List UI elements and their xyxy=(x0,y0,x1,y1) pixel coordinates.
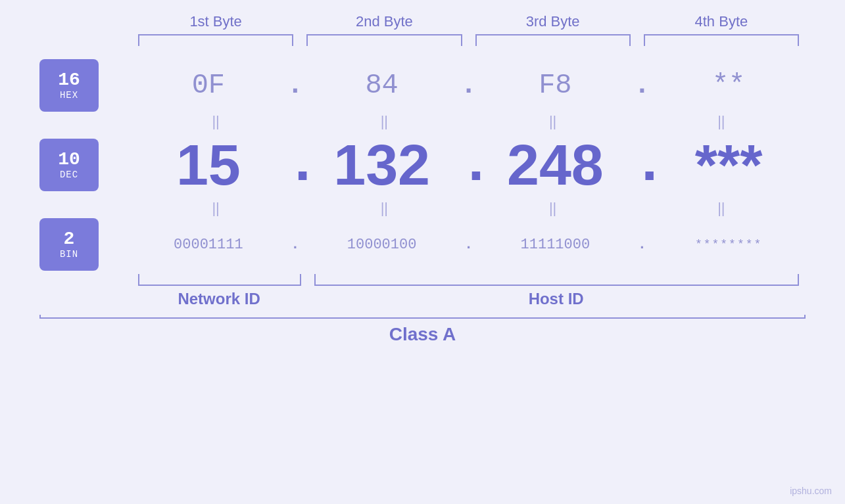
eq-2-3: || xyxy=(469,200,637,217)
eq-2-1: || xyxy=(132,200,300,217)
bin-byte-3: 11111000 xyxy=(479,237,633,253)
hex-badge: 16 HEX xyxy=(39,59,99,112)
hex-badge-number: 16 xyxy=(58,70,80,91)
byte-header-2: 2nd Byte xyxy=(300,13,468,34)
labels-area: Network ID Host ID xyxy=(39,274,806,308)
hex-byte-1: 0F xyxy=(132,70,285,101)
bin-badge: 2 BIN xyxy=(39,218,99,271)
equals-row-2: || || || || xyxy=(39,198,806,218)
byte-headers: 1st Byte 2nd Byte 3rd Byte 4th Byte xyxy=(39,13,806,34)
bin-badge-number: 2 xyxy=(64,229,75,250)
hex-value-2: 84 xyxy=(365,70,398,101)
hex-dot-1: . xyxy=(285,70,305,101)
bin-value-2: 10000100 xyxy=(347,237,417,253)
bin-value-1: 00001111 xyxy=(174,237,243,253)
hex-value-4: ** xyxy=(712,70,745,101)
bracket-2 xyxy=(306,34,462,46)
hex-byte-2: 84 xyxy=(305,70,459,101)
network-id-label: Network ID xyxy=(138,290,300,308)
byte-header-1: 1st Byte xyxy=(132,13,300,34)
bin-values-row: 00001111 . 10000100 . 11111000 . *******… xyxy=(132,237,806,253)
hex-byte-4: ** xyxy=(652,70,806,101)
class-label: Class A xyxy=(39,324,806,345)
eq-1-1: || xyxy=(132,113,300,130)
dec-row: 10 DEC 15 . 132 . 248 . *** xyxy=(39,131,806,198)
dec-byte-3: 248 xyxy=(479,131,633,198)
host-bracket xyxy=(314,274,799,286)
bracket-4 xyxy=(644,34,799,46)
byte-header-3: 3rd Byte xyxy=(469,13,637,34)
dec-badge-number: 10 xyxy=(58,150,80,170)
hex-badge-label: HEX xyxy=(60,90,78,101)
hex-dot-3: . xyxy=(632,70,652,101)
hex-value-3: F8 xyxy=(539,70,571,101)
dec-badge-label: DEC xyxy=(60,170,78,180)
id-label-row: Network ID Host ID xyxy=(132,290,806,308)
hex-byte-3: F8 xyxy=(479,70,633,101)
dec-dot-2: . xyxy=(459,136,479,194)
class-row: Class A xyxy=(39,315,806,345)
bin-dot-3: . xyxy=(632,237,652,253)
bin-value-4: ******** xyxy=(695,238,762,251)
class-bracket xyxy=(39,315,806,319)
dec-value-4: *** xyxy=(695,132,763,197)
hex-values-row: 0F . 84 . F8 . ** xyxy=(132,70,806,101)
hex-value-1: 0F xyxy=(192,70,225,101)
bottom-brackets xyxy=(132,274,806,286)
main-container: 1st Byte 2nd Byte 3rd Byte 4th Byte 16 H… xyxy=(0,0,845,504)
dec-badge: 10 DEC xyxy=(39,139,99,191)
network-bracket xyxy=(138,274,301,286)
bin-value-3: 11111000 xyxy=(521,237,591,253)
eq-2-2: || xyxy=(300,200,468,217)
dec-byte-2: 132 xyxy=(305,131,459,198)
dec-dot-3: . xyxy=(632,136,652,194)
host-id-label: Host ID xyxy=(313,290,799,308)
bin-dot-1: . xyxy=(285,237,305,253)
dec-dot-1: . xyxy=(285,136,305,194)
bin-dot-2: . xyxy=(459,237,479,253)
dec-byte-1: 15 xyxy=(132,131,285,198)
bin-byte-1: 00001111 xyxy=(132,237,285,253)
dec-byte-4: *** xyxy=(652,131,806,198)
eq-2-4: || xyxy=(637,200,806,217)
bracket-3 xyxy=(475,34,631,46)
top-brackets xyxy=(39,34,806,46)
dec-value-2: 132 xyxy=(333,132,430,197)
bin-row: 2 BIN 00001111 . 10000100 . 11111000 . *… xyxy=(39,218,806,271)
hex-dot-2: . xyxy=(459,70,479,101)
eq-1-4: || xyxy=(637,113,806,130)
hex-row: 16 HEX 0F . 84 . F8 . ** xyxy=(39,59,806,112)
bin-badge-label: BIN xyxy=(60,249,78,260)
watermark: ipshu.com xyxy=(790,486,832,496)
dec-values-row: 15 . 132 . 248 . *** xyxy=(132,131,806,198)
bracket-1 xyxy=(138,34,293,46)
eq-1-2: || xyxy=(300,113,468,130)
byte-header-4: 4th Byte xyxy=(637,13,806,34)
equals-row-1: || || || || xyxy=(39,112,806,131)
bin-byte-2: 10000100 xyxy=(305,237,459,253)
eq-1-3: || xyxy=(469,113,637,130)
dec-value-1: 15 xyxy=(176,132,241,197)
dec-value-3: 248 xyxy=(507,132,604,197)
bin-byte-4: ******** xyxy=(652,238,806,251)
